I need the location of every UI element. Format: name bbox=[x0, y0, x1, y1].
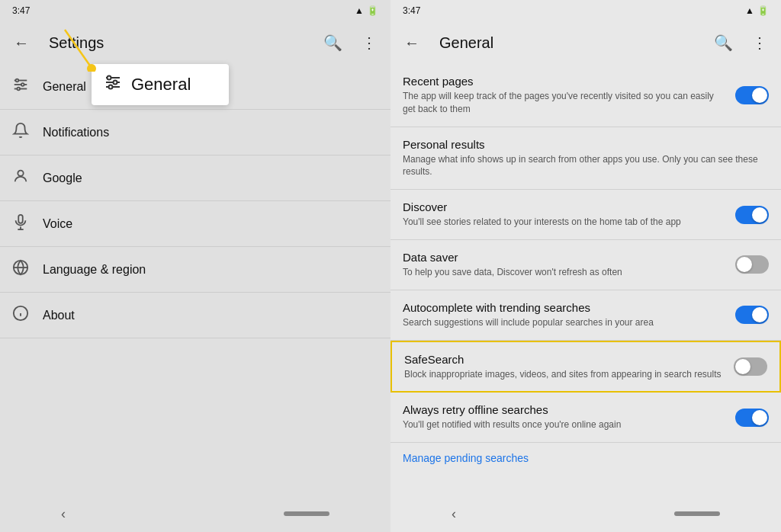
recent-pages-title: Recent pages bbox=[403, 75, 726, 88]
retry-offline-text: Always retry offline searches You'll get… bbox=[403, 403, 735, 431]
setting-personal-results[interactable]: Personal results Manage what info shows … bbox=[390, 127, 781, 191]
left-status-icons: ▲ 🔋 bbox=[355, 5, 378, 16]
right-more-icon: ⋮ bbox=[752, 34, 767, 52]
setting-recent-pages[interactable]: Recent pages The app will keep track of … bbox=[390, 64, 781, 127]
battery-icon: 🔋 bbox=[367, 5, 378, 16]
retry-offline-title: Always retry offline searches bbox=[403, 403, 726, 416]
svg-point-16 bbox=[87, 64, 96, 72]
svg-point-22 bbox=[109, 85, 113, 89]
right-wifi-icon: ▲ bbox=[745, 5, 754, 16]
settings-item-about[interactable]: About bbox=[0, 293, 390, 338]
settings-item-notifications[interactable]: Notifications bbox=[0, 110, 390, 155]
left-settings-list: General Notifications Google bbox=[0, 64, 390, 495]
personal-results-desc: Manage what info shows up in search from… bbox=[403, 153, 760, 179]
right-toolbar: ← General 🔍 ⋮ bbox=[390, 21, 781, 64]
about-icon bbox=[12, 305, 43, 325]
safesearch-desc: Block inappropriate images, videos, and … bbox=[404, 368, 725, 381]
svg-point-21 bbox=[114, 81, 117, 85]
right-time: 3:47 bbox=[403, 5, 420, 16]
svg-point-6 bbox=[18, 171, 23, 176]
setting-safesearch[interactable]: SafeSearch Block inappropriate images, v… bbox=[390, 341, 781, 393]
settings-item-voice[interactable]: Voice bbox=[0, 201, 390, 247]
right-toolbar-title: General bbox=[439, 34, 702, 52]
google-label: Google bbox=[43, 171, 82, 185]
svg-point-3 bbox=[16, 79, 19, 82]
retry-offline-desc: You'll get notified with results once yo… bbox=[403, 418, 726, 431]
left-bottom-nav: ‹ bbox=[0, 495, 390, 532]
discover-toggle[interactable] bbox=[735, 206, 769, 224]
discover-text: Discover You'll see stories related to y… bbox=[403, 200, 735, 229]
left-search-button[interactable]: 🔍 bbox=[317, 27, 348, 58]
svg-line-15 bbox=[65, 30, 92, 68]
general-icon bbox=[12, 76, 43, 97]
left-nav-back[interactable]: ‹ bbox=[61, 506, 66, 522]
personal-results-text: Personal results Manage what info shows … bbox=[403, 138, 769, 179]
autocomplete-text: Autocomplete with trending searches Sear… bbox=[403, 301, 735, 329]
retry-offline-knob bbox=[752, 410, 767, 425]
right-search-button[interactable]: 🔍 bbox=[708, 27, 738, 58]
recent-pages-desc: The app will keep track of the pages you… bbox=[403, 90, 726, 116]
setting-data-saver[interactable]: Data saver To help you save data, Discov… bbox=[390, 240, 781, 290]
language-icon bbox=[12, 259, 43, 280]
voice-icon bbox=[12, 213, 43, 234]
search-icon: 🔍 bbox=[323, 34, 342, 52]
callout-label: General bbox=[131, 75, 191, 95]
data-saver-text: Data saver To help you save data, Discov… bbox=[403, 251, 735, 279]
left-time: 3:47 bbox=[12, 5, 30, 16]
retry-offline-toggle[interactable] bbox=[735, 409, 769, 427]
settings-item-language[interactable]: Language & region bbox=[0, 247, 390, 293]
right-search-icon: 🔍 bbox=[714, 34, 733, 52]
safesearch-knob bbox=[735, 359, 750, 374]
general-callout: General bbox=[92, 64, 229, 105]
right-phone-panel: 3:47 ▲ 🔋 ← General 🔍 ⋮ Recent pages The … bbox=[390, 0, 781, 532]
data-saver-title: Data saver bbox=[403, 251, 726, 264]
right-status-bar: 3:47 ▲ 🔋 bbox=[390, 0, 781, 21]
general-label: General bbox=[43, 80, 86, 94]
left-nav-pill bbox=[284, 511, 329, 516]
back-arrow-icon: ← bbox=[14, 34, 29, 52]
right-more-button[interactable]: ⋮ bbox=[744, 27, 775, 58]
svg-point-4 bbox=[21, 83, 24, 86]
settings-item-google[interactable]: Google bbox=[0, 155, 390, 201]
svg-point-20 bbox=[108, 76, 111, 80]
right-bottom-nav: ‹ bbox=[390, 495, 781, 532]
autocomplete-knob bbox=[752, 307, 767, 322]
safesearch-toggle[interactable] bbox=[734, 357, 767, 376]
recent-pages-toggle[interactable] bbox=[735, 86, 769, 104]
setting-autocomplete[interactable]: Autocomplete with trending searches Sear… bbox=[390, 290, 781, 341]
callout-sliders-icon bbox=[104, 73, 122, 96]
right-settings-list: Recent pages The app will keep track of … bbox=[390, 64, 781, 495]
right-nav-pill bbox=[674, 511, 720, 516]
safesearch-title: SafeSearch bbox=[404, 353, 725, 366]
recent-pages-knob bbox=[752, 88, 767, 103]
setting-discover[interactable]: Discover You'll see stories related to y… bbox=[390, 190, 781, 240]
data-saver-desc: To help you save data, Discover won't re… bbox=[403, 266, 726, 279]
discover-desc: You'll see stories related to your inter… bbox=[403, 216, 726, 229]
right-status-icons: ▲ 🔋 bbox=[745, 5, 769, 16]
left-status-bar: 3:47 ▲ 🔋 bbox=[0, 0, 390, 21]
notifications-label: Notifications bbox=[43, 126, 109, 139]
google-icon bbox=[12, 168, 43, 188]
wifi-icon: ▲ bbox=[355, 5, 364, 16]
right-back-button[interactable]: ← bbox=[397, 27, 427, 58]
data-saver-toggle[interactable] bbox=[735, 255, 769, 274]
data-saver-knob bbox=[737, 257, 752, 272]
callout-arrow-svg bbox=[50, 26, 141, 72]
svg-rect-7 bbox=[18, 215, 23, 223]
right-battery-icon: 🔋 bbox=[757, 5, 769, 16]
autocomplete-toggle[interactable] bbox=[735, 306, 769, 324]
left-back-button[interactable]: ← bbox=[6, 27, 37, 58]
more-icon: ⋮ bbox=[362, 34, 377, 52]
voice-label: Voice bbox=[43, 217, 72, 231]
autocomplete-title: Autocomplete with trending searches bbox=[403, 301, 726, 314]
language-label: Language & region bbox=[43, 263, 146, 277]
notifications-icon bbox=[12, 122, 43, 143]
right-nav-back[interactable]: ‹ bbox=[452, 506, 456, 522]
setting-retry-offline[interactable]: Always retry offline searches You'll get… bbox=[390, 393, 781, 443]
left-more-button[interactable]: ⋮ bbox=[354, 27, 384, 58]
right-back-arrow-icon: ← bbox=[404, 34, 419, 52]
about-label: About bbox=[43, 309, 75, 322]
safesearch-text: SafeSearch Block inappropriate images, v… bbox=[404, 353, 734, 381]
manage-pending-link[interactable]: Manage pending searches bbox=[390, 443, 781, 473]
personal-results-title: Personal results bbox=[403, 138, 760, 151]
